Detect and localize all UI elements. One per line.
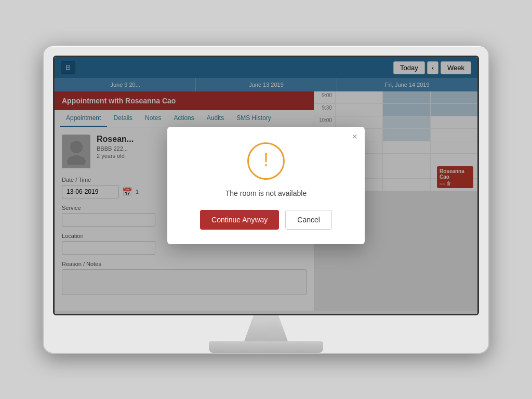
warning-circle: ! <box>247 142 285 180</box>
app: ⊟ Today ‹ Week June 9 20... June 13 2019… <box>55 57 477 314</box>
monitor-foot <box>209 341 323 353</box>
modal-buttons: Continue Anyway Cancel <box>183 210 349 230</box>
modal-dialog: × ! The room is not available Continue A… <box>167 127 365 244</box>
modal-close-button[interactable]: × <box>352 132 357 141</box>
screen: ⊟ Today ‹ Week June 9 20... June 13 2019… <box>53 56 479 315</box>
monitor-neck <box>235 315 297 341</box>
cancel-button[interactable]: Cancel <box>285 210 332 230</box>
modal-overlay: × ! The room is not available Continue A… <box>55 57 477 314</box>
modal-icon-wrap: ! <box>183 142 349 180</box>
monitor-stand <box>53 315 479 353</box>
warning-icon: ! <box>263 151 269 169</box>
continue-anyway-button[interactable]: Continue Anyway <box>200 210 279 230</box>
monitor: ⊟ Today ‹ Week June 9 20... June 13 2019… <box>43 45 489 354</box>
modal-message: The room is not available <box>183 189 349 197</box>
